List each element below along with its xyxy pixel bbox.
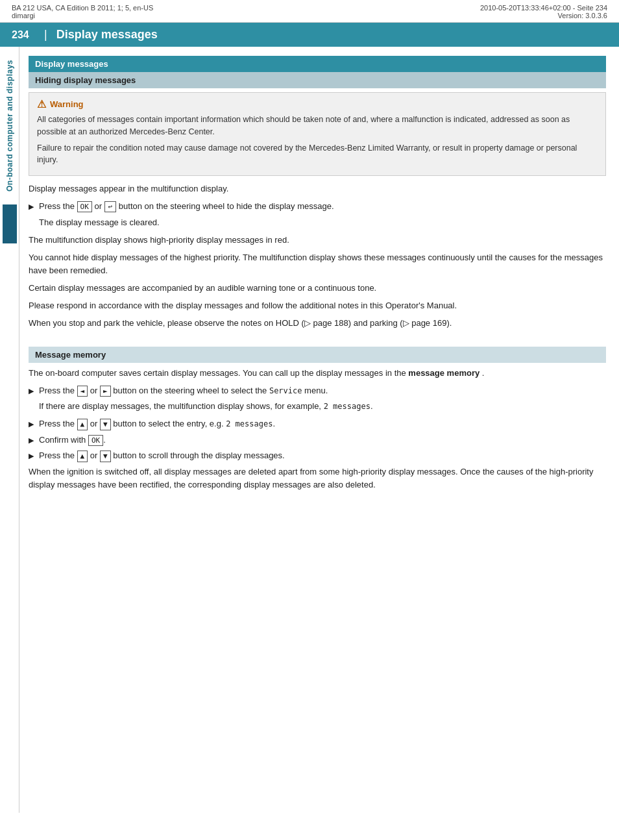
warning-para1: All categories of messages contain impor… bbox=[37, 114, 598, 138]
warning-label: Warning bbox=[50, 99, 84, 109]
ok-btn-2: OK bbox=[88, 435, 103, 446]
up-btn-1: ▲ bbox=[77, 419, 88, 430]
warning-box: ⚠ Warning All categories of messages con… bbox=[29, 92, 606, 176]
body-text-2: The multifunction display shows high-pri… bbox=[29, 234, 606, 247]
section2-body1: The on-board computer saves certain disp… bbox=[29, 367, 606, 380]
down-btn-1: ▼ bbox=[100, 419, 111, 430]
header-meta: BA 212 USA, CA Edition B 2011; 1; 5, en-… bbox=[0, 0, 619, 23]
header-right: 2010-05-20T13:33:46+02:00 - Seite 234 Ve… bbox=[480, 4, 607, 19]
service-mono: Service bbox=[269, 386, 302, 395]
bullet-item-1: ▶ Press the OK or ↩ button on the steeri… bbox=[29, 200, 606, 213]
s2-bullet4-content: Press the ▲ or ▼ button to scroll throug… bbox=[39, 449, 285, 462]
sidebar-label: On-board computer and displays bbox=[5, 60, 14, 191]
s2-bullet-3: ▶ Confirm with OK. bbox=[29, 434, 606, 447]
title-separator: | bbox=[44, 28, 47, 42]
main-layout: On-board computer and displays Display m… bbox=[0, 47, 619, 813]
warning-para2: Failure to repair the condition noted ma… bbox=[37, 142, 598, 167]
right-btn: ► bbox=[100, 386, 111, 397]
sidebar-blue-block bbox=[3, 204, 17, 243]
body-text-5: Please respond in accordance with the di… bbox=[29, 299, 606, 312]
s2-bullet-arrow-4: ▶ bbox=[29, 451, 35, 462]
content-area: Display messages Hiding display messages… bbox=[19, 47, 619, 813]
section2-header: Message memory bbox=[29, 347, 606, 363]
header-left: BA 212 USA, CA Edition B 2011; 1; 5, en-… bbox=[12, 4, 153, 19]
back-button-inline: ↩ bbox=[104, 201, 117, 212]
bullet1-content: Press the OK or ↩ button on the steering… bbox=[39, 200, 334, 213]
warning-title: ⚠ Warning bbox=[37, 98, 598, 110]
s2-bullet-2: ▶ Press the ▲ or ▼ button to select the … bbox=[29, 417, 606, 430]
bullet1-sub: The display message is cleared. bbox=[29, 216, 606, 229]
page-title-bar: 234 | Display messages bbox=[0, 23, 619, 47]
s2-bullet-arrow-1: ▶ bbox=[29, 386, 35, 397]
s2-bullet-1: ▶ Press the ◄ or ► button on the steerin… bbox=[29, 384, 606, 397]
s2-bullet1-content: Press the ◄ or ► button on the steering … bbox=[39, 384, 328, 397]
2messages-mono-2: 2 messages bbox=[226, 419, 273, 428]
s2-bullet1-sub: If there are display messages, the multi… bbox=[29, 400, 606, 413]
body-text-4: Certain display messages are accompanied… bbox=[29, 282, 606, 295]
ok-button-inline: OK bbox=[77, 201, 92, 212]
body-text-6: When you stop and park the vehicle, plea… bbox=[29, 317, 606, 330]
left-btn: ◄ bbox=[77, 386, 88, 397]
section2-body2: When the ignition is switched off, all d… bbox=[29, 465, 606, 491]
s2-bullet2-content: Press the ▲ or ▼ button to select the en… bbox=[39, 417, 275, 430]
s2-bullet3-content: Confirm with OK. bbox=[39, 434, 106, 447]
s2-bullet-4: ▶ Press the ▲ or ▼ button to scroll thro… bbox=[29, 449, 606, 462]
body-text-1: Display messages appear in the multifunc… bbox=[29, 182, 606, 195]
bullet-arrow-1: ▶ bbox=[29, 201, 35, 212]
up-btn-2: ▲ bbox=[77, 451, 88, 462]
down-btn-2: ▼ bbox=[100, 451, 111, 462]
s2-bullet-arrow-2: ▶ bbox=[29, 419, 35, 430]
s2-bullet-arrow-3: ▶ bbox=[29, 435, 35, 446]
page-title: Display messages bbox=[56, 28, 158, 42]
section1-header: Display messages bbox=[29, 56, 606, 72]
body-text-3: You cannot hide display messages of the … bbox=[29, 251, 606, 277]
sidebar: On-board computer and displays bbox=[0, 47, 19, 813]
2messages-mono-1: 2 messages bbox=[324, 402, 370, 411]
message-memory-bold: message memory bbox=[408, 368, 479, 378]
subsection1-header: Hiding display messages bbox=[29, 72, 606, 88]
page-number: 234 bbox=[12, 29, 35, 41]
warning-icon: ⚠ bbox=[37, 98, 46, 110]
